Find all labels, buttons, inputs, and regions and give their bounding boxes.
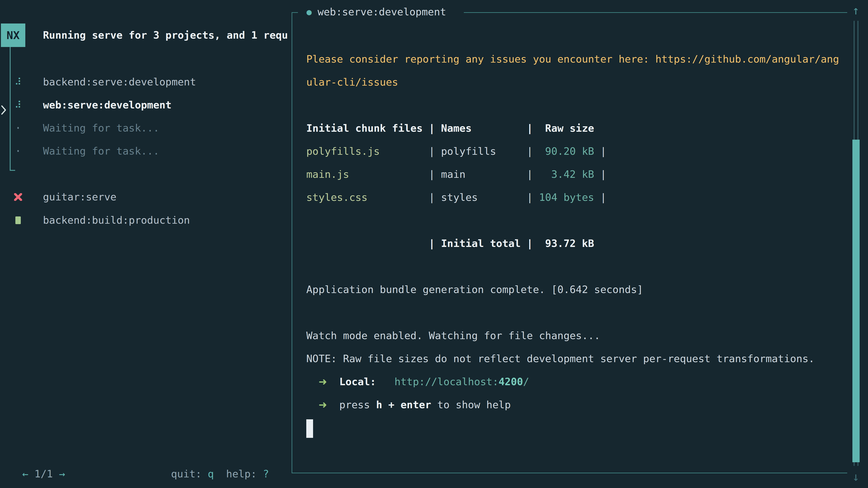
task-label: backend:serve:development — [43, 70, 196, 94]
issues-report-text: Please consider reporting any issues you… — [306, 53, 655, 65]
spacer — [327, 376, 339, 388]
chunk-raw-size: 90.20 kB — [533, 145, 594, 157]
chunk-file-name: styles.css — [306, 191, 368, 203]
chunk-file-name: main.js — [306, 168, 349, 180]
spacer — [306, 399, 318, 411]
terminal-cursor — [306, 419, 313, 438]
local-url-port[interactable]: 4200 — [499, 376, 523, 388]
terminal-line: ular-cli/issues — [306, 71, 849, 94]
task-label: Waiting for task... — [43, 140, 159, 163]
spacer — [306, 376, 318, 388]
task-row-backend-serve-development[interactable]: ⠼backend:serve:development — [0, 70, 289, 94]
scroll-down-icon[interactable]: ↓ — [846, 467, 865, 486]
spinner-icon: ⠼ — [13, 94, 24, 117]
task-row-Waiting for task...[interactable]: ·Waiting for task... — [0, 117, 289, 140]
terminal-line: NOTE: Raw file sizes do not reflect deve… — [306, 347, 849, 370]
watch-mode-text: Watch mode enabled. Watching for file ch… — [306, 330, 600, 341]
chunk-name-cell: | main | — [349, 168, 533, 180]
app-title: Running serve for 3 projects, and 1 requ — [43, 24, 290, 47]
scrollbar-thumb[interactable] — [852, 140, 860, 462]
local-label: Local: — [339, 376, 376, 388]
terminal-output: Please consider reporting any issues you… — [306, 48, 849, 440]
task-tree-corner — [10, 170, 15, 171]
quit-label: quit: — [171, 468, 208, 480]
help-shortcut: h + enter — [376, 399, 431, 411]
terminal-line: Application bundle generation complete. … — [306, 278, 849, 301]
arrow-icon: ➜ — [318, 399, 327, 411]
terminal-line — [306, 416, 849, 440]
note-text: NOTE: Raw file sizes do not reflect deve… — [306, 353, 815, 365]
task-label: guitar:serve — [43, 186, 116, 208]
spinner-icon: ⠼ — [13, 70, 24, 94]
task-label: backend:build:production — [43, 209, 190, 232]
terminal-line: main.js | main | 3.42 kB | — [306, 163, 849, 186]
terminal-line: polyfills.js | polyfills | 90.20 kB | — [306, 140, 849, 163]
help-suffix: to show help — [431, 399, 511, 411]
terminal-line: ➜ Local: http://localhost:4200/ — [306, 370, 849, 393]
cell-divider: | — [594, 145, 606, 157]
arrow-icon: ➜ — [318, 376, 327, 388]
panel-title: ● web:serve:development — [307, 0, 446, 24]
failed-cross-icon — [13, 186, 24, 208]
terminal-line — [306, 209, 849, 232]
terminal-line: styles.css | styles | 104 bytes | — [306, 186, 849, 209]
panel-border-bottom — [291, 473, 847, 473]
pager-page-indicator: 1/1 — [28, 468, 59, 480]
cached-square-icon — [13, 209, 24, 232]
chunk-name-cell: | polyfills | — [380, 145, 533, 157]
panel-border-left — [291, 12, 292, 473]
panel-title-text: web:serve:development — [318, 0, 446, 24]
help-label: help: — [214, 468, 263, 480]
cell-divider: | — [594, 168, 606, 180]
waiting-dot-icon: · — [13, 117, 24, 140]
scroll-up-icon[interactable]: ↑ — [846, 1, 865, 20]
terminal-line: ➜ press h + enter to show help — [306, 393, 849, 416]
task-row-Waiting for task...[interactable]: ·Waiting for task... — [0, 140, 289, 163]
pager-right-arrow[interactable]: → — [59, 468, 65, 480]
terminal-line — [306, 94, 849, 117]
running-dot-icon: ● — [307, 0, 312, 24]
chunk-table-header: Initial chunk files | Names | Raw size — [306, 122, 594, 134]
help-bar: quit: q help: ? — [0, 440, 269, 462]
quit-key: q — [208, 468, 214, 480]
chunk-name-cell: | styles | — [368, 191, 533, 203]
github-issues-link-cont[interactable]: ular-cli/issues — [306, 76, 398, 88]
chunk-file-name: polyfills.js — [306, 145, 380, 157]
bundle-complete-text: Application bundle generation complete. … — [306, 284, 643, 295]
panel-border-top — [464, 12, 847, 13]
task-label: web:serve:development — [43, 94, 172, 117]
terminal-line: Watch mode enabled. Watching for file ch… — [306, 324, 849, 347]
task-row-guitar-serve[interactable]: guitar:serve — [0, 186, 289, 208]
panel-border-top-stub — [291, 12, 298, 13]
terminal-line: Please consider reporting any issues you… — [306, 48, 849, 71]
spacer — [376, 376, 395, 388]
nx-logo: NX — [1, 24, 25, 47]
terminal-line: | Initial total | 93.72 kB — [306, 232, 849, 255]
cell-divider: | — [594, 191, 606, 203]
terminal-line: Initial chunk files | Names | Raw size — [306, 117, 849, 140]
help-key: ? — [263, 468, 269, 480]
local-url-link[interactable]: http://localhost: — [395, 376, 499, 388]
terminal-line — [306, 301, 849, 324]
initial-total-row: | Initial total | 93.72 kB — [306, 237, 594, 250]
github-issues-link[interactable]: https://github.com/angular/ang — [655, 53, 839, 65]
chunk-raw-size: 3.42 kB — [533, 168, 594, 180]
task-row-backend-build-production[interactable]: backend:build:production — [0, 209, 289, 232]
task-label: Waiting for task... — [43, 117, 159, 140]
task-row-web-serve-development[interactable]: ⠼web:serve:development — [0, 94, 289, 117]
local-url-slash[interactable]: / — [523, 376, 529, 388]
chunk-raw-size: 104 bytes — [533, 191, 594, 203]
pager-left-arrow[interactable]: ← — [22, 468, 28, 480]
waiting-dot-icon: · — [13, 140, 24, 163]
press-text: press — [327, 399, 376, 411]
terminal-line — [306, 255, 849, 278]
